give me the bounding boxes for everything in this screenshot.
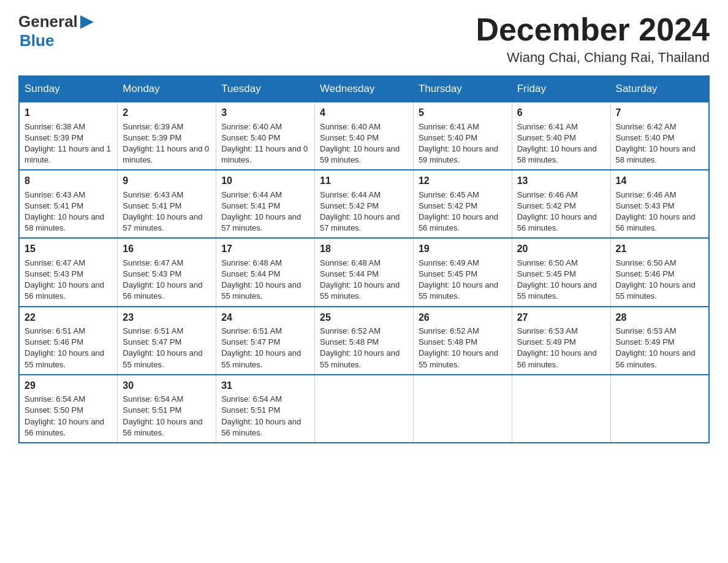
day-info: Sunrise: 6:51 AMSunset: 5:46 PMDaylight:… — [25, 326, 104, 369]
day-info: Sunrise: 6:48 AMSunset: 5:44 PMDaylight:… — [221, 258, 301, 301]
day-info: Sunrise: 6:54 AMSunset: 5:50 PMDaylight:… — [25, 394, 104, 437]
day-header-saturday: Saturday — [610, 76, 709, 102]
day-number: 1 — [25, 106, 112, 120]
day-info: Sunrise: 6:54 AMSunset: 5:51 PMDaylight:… — [221, 394, 301, 437]
calendar-cell: 15Sunrise: 6:47 AMSunset: 5:43 PMDayligh… — [19, 238, 118, 306]
day-info: Sunrise: 6:42 AMSunset: 5:40 PMDaylight:… — [616, 122, 696, 165]
day-number: 12 — [419, 174, 507, 188]
day-info: Sunrise: 6:44 AMSunset: 5:42 PMDaylight:… — [320, 190, 400, 233]
day-number: 24 — [221, 311, 309, 324]
svg-marker-0 — [80, 15, 94, 29]
day-info: Sunrise: 6:54 AMSunset: 5:51 PMDaylight:… — [123, 394, 202, 437]
day-number: 6 — [517, 106, 605, 120]
day-header-sunday: Sunday — [19, 76, 118, 102]
calendar-cell: 11Sunrise: 6:44 AMSunset: 5:42 PMDayligh… — [315, 170, 414, 238]
calendar-title-area: December 2024 Wiang Chai, Chiang Rai, Th… — [476, 12, 710, 66]
day-info: Sunrise: 6:45 AMSunset: 5:42 PMDaylight:… — [419, 190, 498, 233]
day-number: 13 — [517, 174, 605, 188]
calendar-cell — [512, 375, 610, 443]
calendar-table: SundayMondayTuesdayWednesdayThursdayFrid… — [18, 75, 710, 443]
day-number: 29 — [25, 379, 112, 393]
day-info: Sunrise: 6:39 AMSunset: 5:39 PMDaylight:… — [123, 122, 209, 165]
logo-arrow-icon — [80, 15, 94, 31]
calendar-cell: 28Sunrise: 6:53 AMSunset: 5:49 PMDayligh… — [610, 307, 709, 375]
calendar-cell: 14Sunrise: 6:46 AMSunset: 5:43 PMDayligh… — [610, 170, 709, 238]
calendar-cell: 7Sunrise: 6:42 AMSunset: 5:40 PMDaylight… — [610, 102, 709, 170]
day-number: 15 — [25, 242, 112, 256]
day-info: Sunrise: 6:43 AMSunset: 5:41 PMDaylight:… — [123, 190, 202, 233]
day-info: Sunrise: 6:51 AMSunset: 5:47 PMDaylight:… — [221, 326, 301, 369]
day-number: 19 — [419, 242, 507, 256]
logo-blue-text: Blue — [20, 31, 54, 50]
day-header-tuesday: Tuesday — [216, 76, 315, 102]
calendar-cell: 20Sunrise: 6:50 AMSunset: 5:45 PMDayligh… — [512, 238, 610, 306]
day-number: 2 — [123, 106, 211, 120]
location-subtitle: Wiang Chai, Chiang Rai, Thailand — [476, 50, 710, 66]
calendar-cell: 26Sunrise: 6:52 AMSunset: 5:48 PMDayligh… — [413, 307, 512, 375]
calendar-cell — [610, 375, 709, 443]
calendar-cell: 13Sunrise: 6:46 AMSunset: 5:42 PMDayligh… — [512, 170, 610, 238]
calendar-cell: 16Sunrise: 6:47 AMSunset: 5:43 PMDayligh… — [118, 238, 216, 306]
logo: General Blue — [18, 12, 94, 50]
calendar-cell: 23Sunrise: 6:51 AMSunset: 5:47 PMDayligh… — [118, 307, 216, 375]
logo-general-text: General — [18, 12, 78, 31]
calendar-cell: 24Sunrise: 6:51 AMSunset: 5:47 PMDayligh… — [216, 307, 315, 375]
day-number: 4 — [320, 106, 408, 120]
day-number: 27 — [517, 311, 605, 324]
day-header-monday: Monday — [118, 76, 216, 102]
calendar-cell: 19Sunrise: 6:49 AMSunset: 5:45 PMDayligh… — [413, 238, 512, 306]
calendar-cell: 17Sunrise: 6:48 AMSunset: 5:44 PMDayligh… — [216, 238, 315, 306]
days-header-row: SundayMondayTuesdayWednesdayThursdayFrid… — [19, 76, 709, 102]
calendar-week-row: 8Sunrise: 6:43 AMSunset: 5:41 PMDaylight… — [19, 170, 709, 238]
day-number: 10 — [221, 174, 309, 188]
day-header-wednesday: Wednesday — [315, 76, 414, 102]
calendar-cell: 21Sunrise: 6:50 AMSunset: 5:46 PMDayligh… — [610, 238, 709, 306]
day-info: Sunrise: 6:53 AMSunset: 5:49 PMDaylight:… — [517, 326, 597, 369]
calendar-cell: 1Sunrise: 6:38 AMSunset: 5:39 PMDaylight… — [19, 102, 118, 170]
day-info: Sunrise: 6:50 AMSunset: 5:45 PMDaylight:… — [517, 258, 597, 301]
calendar-cell: 6Sunrise: 6:41 AMSunset: 5:40 PMDaylight… — [512, 102, 610, 170]
day-number: 25 — [320, 311, 408, 324]
calendar-cell: 4Sunrise: 6:40 AMSunset: 5:40 PMDaylight… — [315, 102, 414, 170]
calendar-cell: 18Sunrise: 6:48 AMSunset: 5:44 PMDayligh… — [315, 238, 414, 306]
calendar-week-row: 22Sunrise: 6:51 AMSunset: 5:46 PMDayligh… — [19, 307, 709, 375]
calendar-cell: 5Sunrise: 6:41 AMSunset: 5:40 PMDaylight… — [413, 102, 512, 170]
day-info: Sunrise: 6:44 AMSunset: 5:41 PMDaylight:… — [221, 190, 301, 233]
day-info: Sunrise: 6:41 AMSunset: 5:40 PMDaylight:… — [517, 122, 597, 165]
day-number: 23 — [123, 311, 211, 324]
calendar-cell: 10Sunrise: 6:44 AMSunset: 5:41 PMDayligh… — [216, 170, 315, 238]
day-number: 5 — [419, 106, 507, 120]
calendar-cell — [413, 375, 512, 443]
day-number: 28 — [616, 311, 703, 324]
day-number: 18 — [320, 242, 408, 256]
day-number: 20 — [517, 242, 605, 256]
day-info: Sunrise: 6:49 AMSunset: 5:45 PMDaylight:… — [419, 258, 498, 301]
day-info: Sunrise: 6:46 AMSunset: 5:43 PMDaylight:… — [616, 190, 696, 233]
calendar-week-row: 1Sunrise: 6:38 AMSunset: 5:39 PMDaylight… — [19, 102, 709, 170]
day-number: 26 — [419, 311, 507, 324]
day-number: 21 — [616, 242, 703, 256]
calendar-cell: 25Sunrise: 6:52 AMSunset: 5:48 PMDayligh… — [315, 307, 414, 375]
calendar-cell: 2Sunrise: 6:39 AMSunset: 5:39 PMDaylight… — [118, 102, 216, 170]
day-info: Sunrise: 6:52 AMSunset: 5:48 PMDaylight:… — [419, 326, 498, 369]
day-header-thursday: Thursday — [413, 76, 512, 102]
calendar-cell — [315, 375, 414, 443]
page-header: General Blue December 2024 Wiang Chai, C… — [18, 12, 710, 66]
day-number: 16 — [123, 242, 211, 256]
calendar-cell: 27Sunrise: 6:53 AMSunset: 5:49 PMDayligh… — [512, 307, 610, 375]
day-info: Sunrise: 6:51 AMSunset: 5:47 PMDaylight:… — [123, 326, 202, 369]
day-number: 9 — [123, 174, 211, 188]
day-info: Sunrise: 6:47 AMSunset: 5:43 PMDaylight:… — [123, 258, 202, 301]
day-number: 8 — [25, 174, 112, 188]
day-number: 11 — [320, 174, 408, 188]
day-info: Sunrise: 6:38 AMSunset: 5:39 PMDaylight:… — [25, 122, 111, 165]
month-year-title: December 2024 — [476, 12, 710, 47]
calendar-week-row: 29Sunrise: 6:54 AMSunset: 5:50 PMDayligh… — [19, 375, 709, 443]
day-header-friday: Friday — [512, 76, 610, 102]
day-number: 7 — [616, 106, 703, 120]
day-number: 22 — [25, 311, 112, 324]
day-info: Sunrise: 6:48 AMSunset: 5:44 PMDaylight:… — [320, 258, 400, 301]
day-number: 14 — [616, 174, 703, 188]
day-info: Sunrise: 6:47 AMSunset: 5:43 PMDaylight:… — [25, 258, 104, 301]
calendar-week-row: 15Sunrise: 6:47 AMSunset: 5:43 PMDayligh… — [19, 238, 709, 306]
